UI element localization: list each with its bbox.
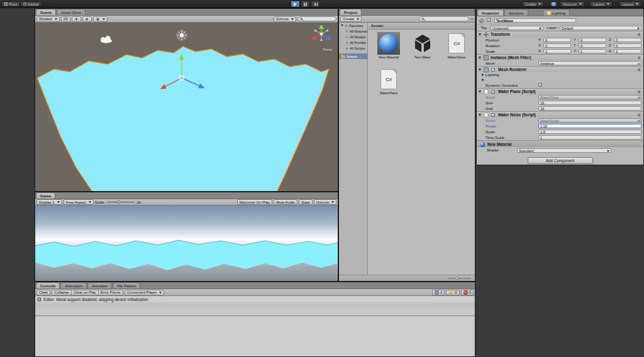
rotation-y-field[interactable]: 0 bbox=[579, 43, 606, 48]
object-picker-icon[interactable] bbox=[638, 120, 640, 123]
tab-lighting[interactable]: Lighting bbox=[543, 9, 570, 16]
play-button[interactable] bbox=[291, 1, 300, 8]
aspect-dropdown[interactable]: Free Aspect bbox=[64, 199, 94, 205]
scale-slider-knob[interactable] bbox=[117, 200, 120, 204]
active-checkbox[interactable] bbox=[487, 18, 491, 22]
tree-item-all-prefabs[interactable]: All Prefabs bbox=[339, 40, 367, 45]
water-plane-header[interactable]: Water Plane (Script) ⚙ bbox=[477, 88, 643, 94]
project-breadcrumb[interactable]: Assets bbox=[369, 23, 475, 30]
mesh-renderer-header[interactable]: Mesh Renderer ⚙ bbox=[477, 66, 643, 72]
tab-tile-palette[interactable]: Tile Palette bbox=[113, 282, 141, 288]
tab-scene[interactable]: Scene bbox=[36, 9, 56, 15]
scene-orientation-gizmo[interactable] bbox=[308, 25, 335, 47]
scene-viewport[interactable]: Persp bbox=[35, 23, 338, 191]
layout-button[interactable]: Layout bbox=[619, 1, 641, 7]
layer-dropdown[interactable]: Default bbox=[560, 26, 641, 30]
tab-animator[interactable]: Animator bbox=[87, 282, 112, 288]
material-header[interactable]: New Material bbox=[477, 140, 643, 147]
error-pause-toggle[interactable]: Error Pause bbox=[98, 290, 123, 295]
thumbnail-size-knob[interactable] bbox=[455, 277, 458, 280]
stats-toggle[interactable]: Stats bbox=[299, 199, 313, 205]
warning-filter-toggle[interactable]: 0 bbox=[446, 290, 459, 295]
display-dropdown[interactable]: Display 1 bbox=[36, 199, 62, 205]
scene-search-input[interactable] bbox=[297, 16, 336, 21]
component-checkbox[interactable] bbox=[491, 113, 495, 117]
scale-x-field[interactable]: 1 bbox=[543, 49, 571, 53]
add-component-button[interactable]: Add Component bbox=[528, 157, 593, 164]
shader-dropdown[interactable]: Standard bbox=[517, 148, 611, 153]
perspective-label[interactable]: Persp bbox=[323, 48, 332, 52]
component-checkbox[interactable] bbox=[491, 68, 495, 72]
info-filter-toggle[interactable]: 1 bbox=[432, 290, 445, 295]
pivot-toggle-button[interactable]: Pivot bbox=[1, 1, 20, 7]
materials-foldout-row[interactable] bbox=[477, 77, 643, 82]
rotation-z-field[interactable]: 0 bbox=[614, 43, 641, 48]
tab-asset-store[interactable]: Asset Store bbox=[57, 9, 86, 15]
script-object-field[interactable]: WaterNoise bbox=[538, 118, 641, 123]
tag-dropdown[interactable]: Untagged bbox=[491, 26, 543, 30]
clear-on-play-toggle[interactable]: Clear on Play bbox=[71, 290, 99, 295]
scale-z-field[interactable]: 1 bbox=[614, 49, 641, 53]
cloud-services-button[interactable] bbox=[550, 1, 558, 7]
component-checkbox[interactable] bbox=[491, 90, 495, 94]
tree-item-favorites[interactable]: Favorites bbox=[339, 23, 367, 28]
position-x-field[interactable]: 0 bbox=[543, 38, 571, 42]
foldout-icon[interactable] bbox=[479, 33, 481, 36]
game-canvas[interactable] bbox=[35, 206, 338, 281]
tab-services[interactable]: Services bbox=[504, 9, 528, 16]
foldout-icon[interactable] bbox=[482, 79, 484, 81]
tree-item-all-models[interactable]: All Models bbox=[339, 34, 367, 40]
script-object-field[interactable]: WaterPlane bbox=[538, 95, 641, 99]
game-viewport[interactable] bbox=[35, 206, 338, 281]
object-name-field[interactable]: TestWater bbox=[494, 18, 576, 23]
account-button[interactable]: Account bbox=[560, 1, 585, 7]
object-picker-icon[interactable] bbox=[638, 97, 640, 99]
scene-gizmos-dropdown[interactable]: Gizmos bbox=[274, 16, 296, 22]
search-by-label-icon[interactable] bbox=[470, 17, 474, 21]
object-picker-icon[interactable] bbox=[638, 63, 640, 65]
collab-button[interactable]: Collab bbox=[522, 1, 544, 7]
asset-test-water[interactable]: Test Water bbox=[406, 32, 439, 59]
tab-animation[interactable]: Animation bbox=[60, 282, 87, 288]
foldout-icon[interactable] bbox=[341, 25, 343, 26]
thumbnail-size-slider[interactable] bbox=[448, 278, 471, 279]
game-gizmos-dropdown[interactable]: Gizmos bbox=[314, 199, 336, 205]
mesh-object-field[interactable]: Instance bbox=[538, 61, 641, 65]
position-z-field[interactable]: 0 bbox=[614, 38, 641, 42]
2d-toggle-button[interactable]: 2D bbox=[61, 16, 71, 22]
asset-waterplane[interactable]: WaterPlane bbox=[372, 68, 405, 95]
tab-console[interactable]: Console bbox=[36, 282, 60, 288]
foldout-icon[interactable] bbox=[482, 74, 484, 76]
mesh-filter-header[interactable]: Instance (Mesh Filter) ⚙ bbox=[477, 54, 643, 60]
tree-item-all-materials[interactable]: All Materials bbox=[339, 28, 367, 34]
foldout-icon[interactable] bbox=[479, 57, 481, 59]
scene-lighting-toggle[interactable] bbox=[72, 16, 81, 22]
transform-header[interactable]: Transform ⚙ bbox=[477, 31, 643, 37]
scale-y-field[interactable]: 1 bbox=[579, 49, 606, 53]
global-toggle-button[interactable]: Global bbox=[20, 1, 42, 7]
position-y-field[interactable]: 0 bbox=[579, 38, 606, 42]
power-field[interactable]: 0.58 bbox=[538, 124, 641, 128]
layers-button[interactable]: Layers bbox=[590, 1, 613, 7]
water-noise-header[interactable]: Water Noise (Script) ⚙ bbox=[477, 111, 643, 118]
foldout-icon[interactable] bbox=[479, 91, 481, 93]
foldout-icon[interactable] bbox=[479, 114, 481, 116]
size-field[interactable]: 16 bbox=[538, 101, 641, 105]
connected-player-dropdown[interactable]: Connected Player bbox=[125, 290, 165, 295]
scene-canvas[interactable] bbox=[35, 23, 338, 191]
dynamic-occluded-checkbox[interactable] bbox=[538, 83, 542, 87]
asset-new-material[interactable]: New Material bbox=[372, 32, 405, 59]
foldout-icon[interactable] bbox=[479, 69, 481, 71]
scale-slider[interactable] bbox=[107, 202, 135, 202]
create-dropdown[interactable]: Create bbox=[340, 16, 362, 22]
tree-item-assets[interactable]: Assets bbox=[339, 53, 367, 59]
scene-effects-dropdown[interactable] bbox=[93, 16, 108, 22]
time-scale-field[interactable]: 1 bbox=[538, 135, 641, 140]
log-entry[interactable]: Editor: Metal support disabled, skipping… bbox=[35, 296, 475, 302]
scene-audio-toggle[interactable] bbox=[82, 16, 92, 22]
tab-inspector[interactable]: Inspector bbox=[477, 9, 504, 16]
project-search-input[interactable] bbox=[419, 16, 469, 21]
tab-project[interactable]: Project bbox=[340, 9, 362, 15]
clear-button[interactable]: Clear bbox=[36, 290, 50, 295]
step-button[interactable] bbox=[311, 1, 320, 8]
